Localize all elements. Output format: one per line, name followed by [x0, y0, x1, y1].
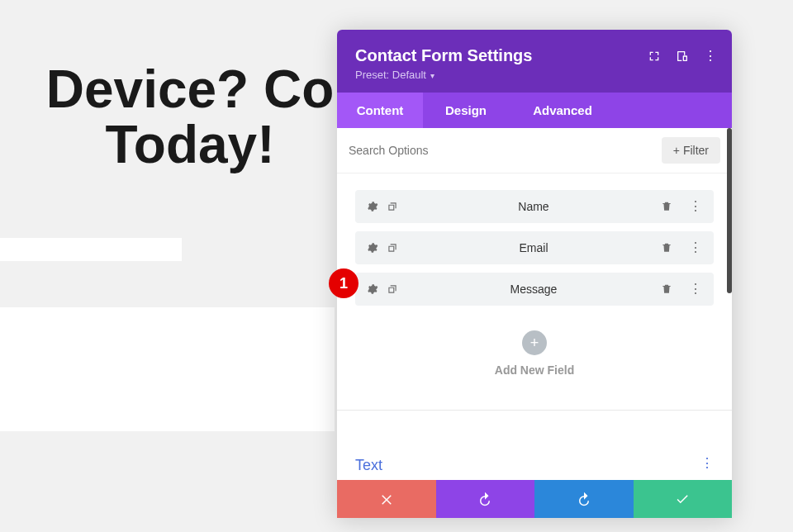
field-label: Name: [406, 200, 661, 213]
redo-icon: [577, 492, 591, 506]
trash-icon[interactable]: [661, 201, 672, 212]
duplicate-icon[interactable]: [387, 283, 398, 295]
chevron-down-icon: ▾: [428, 71, 434, 80]
name-input[interactable]: [0, 238, 182, 261]
gear-icon[interactable]: [367, 283, 378, 295]
tabs: Content Design Advanced: [337, 93, 732, 128]
panel-body: + Filter Name ⋮ Email ⋮: [337, 128, 732, 480]
field-label: Message: [406, 283, 661, 296]
save-button[interactable]: [634, 480, 733, 518]
check-icon: [675, 492, 690, 506]
responsive-icon[interactable]: [676, 50, 689, 63]
field-row-name[interactable]: Name ⋮: [355, 190, 714, 223]
message-textarea[interactable]: [0, 307, 335, 431]
field-label: Email: [406, 241, 661, 254]
close-icon: [379, 492, 394, 506]
cancel-button[interactable]: [337, 480, 436, 518]
field-row-message[interactable]: Message ⋮: [355, 273, 714, 306]
undo-button[interactable]: [436, 480, 535, 518]
hero-heading: Device? Co Today!: [17, 62, 363, 173]
trash-icon[interactable]: [661, 283, 672, 295]
tab-design[interactable]: Design: [423, 93, 509, 128]
search-input[interactable]: [349, 144, 662, 157]
gear-icon[interactable]: [367, 201, 378, 212]
more-icon[interactable]: ⋮: [689, 283, 702, 296]
trash-icon[interactable]: [661, 242, 672, 254]
more-icon[interactable]: ⋮: [700, 457, 714, 470]
annotation-badge: 1: [329, 268, 359, 298]
tab-content[interactable]: Content: [337, 93, 423, 128]
preset-dropdown[interactable]: Preset: Default ▾: [355, 69, 714, 81]
duplicate-icon[interactable]: [387, 242, 398, 254]
panel-header: Contact Form Settings Preset: Default ▾ …: [337, 30, 732, 93]
field-row-email[interactable]: Email ⋮: [355, 231, 714, 264]
filter-label: Filter: [683, 144, 709, 157]
filter-button[interactable]: + Filter: [662, 137, 720, 164]
expand-icon[interactable]: [648, 50, 661, 63]
section-title[interactable]: Text: [355, 457, 714, 474]
tab-advanced[interactable]: Advanced: [509, 93, 616, 128]
more-icon[interactable]: ⋮: [704, 50, 717, 63]
plus-icon: +: [673, 144, 680, 157]
gear-icon[interactable]: [367, 242, 378, 254]
text-section: Text ⋮ Title: [337, 435, 732, 480]
duplicate-icon[interactable]: [387, 201, 398, 212]
hero-line1: Device? Co: [17, 62, 363, 117]
hero-line2: Today!: [17, 117, 363, 173]
add-field-button[interactable]: +: [522, 330, 547, 355]
redo-button[interactable]: [534, 480, 634, 518]
settings-panel: Contact Form Settings Preset: Default ▾ …: [337, 30, 732, 518]
undo-icon: [477, 492, 492, 506]
preset-label: Preset: Default: [355, 69, 426, 81]
more-icon[interactable]: ⋮: [689, 200, 702, 213]
more-icon[interactable]: ⋮: [689, 241, 702, 254]
panel-footer: [337, 480, 732, 518]
add-field-label: Add New Field: [355, 363, 714, 377]
scrollbar[interactable]: [727, 128, 732, 293]
